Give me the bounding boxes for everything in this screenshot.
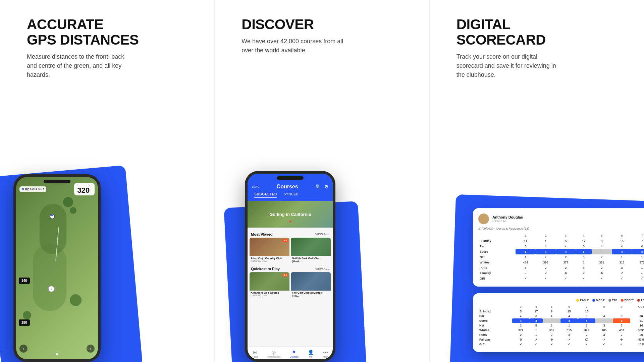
legend-eagle: EAGLE <box>576 299 589 302</box>
sc-table: 1 2 3 4 5 6 7 S. Index 1115 179157 <box>478 233 644 281</box>
scorecard-description: Track your score on our digital scorecar… <box>457 52 564 79</box>
discover-description: We have over 42,000 courses from all ove… <box>241 37 349 55</box>
sc-row-gir: GIR ✓✓✓ ✓✓✓✓ <box>478 276 644 281</box>
flag-marker <box>50 214 55 219</box>
most-played-header: Most Played VIEW ALL <box>248 230 333 238</box>
sc-col-6: 6 <box>612 233 632 238</box>
detail-row-score: Score 4 3 — 4 4 — 5 41 <box>478 318 644 323</box>
tree-cluster <box>70 294 82 306</box>
detail-row-whites: Whites 3771351 315372185 4573095 <box>478 328 644 333</box>
course-name-4: The Golf Club at Moffett Fiel... <box>291 291 331 297</box>
discover-tabs: SUGGESTED SYNCED <box>248 192 333 201</box>
hero-text: Golfing in California <box>269 212 311 217</box>
discover-screen: 10:40 Courses 🔍 ⚙ SUGGESTED SYNCED Golfi… <box>248 174 333 359</box>
gps-description: Measure distances to the front, back and… <box>27 52 134 79</box>
phone-notch <box>44 180 70 183</box>
tab-synced[interactable]: SYNCED <box>284 192 299 198</box>
course-img-2 <box>291 238 331 256</box>
sc-col-4: 4 <box>576 233 592 238</box>
nav-performance[interactable]: ◎ Performance <box>267 350 280 358</box>
2bogey-dot <box>637 299 640 302</box>
discover-title: DISCOVER <box>241 17 402 32</box>
discover-phone: 10:40 Courses 🔍 ⚙ SUGGESTED SYNCED Golfi… <box>245 171 335 362</box>
courses-icon: ⚑ <box>292 350 296 355</box>
sc-row-fairway: Fairway ←↗⊕ ↗⊕↗← <box>478 270 644 276</box>
gps-distance-box: GC 320 › <box>74 183 95 195</box>
discover-phone-device: 10:40 Courses 🔍 ⚙ SUGGESTED SYNCED Golfi… <box>245 171 335 362</box>
screen-title: Courses <box>277 184 298 190</box>
bogey-dot <box>621 299 624 302</box>
search-icon[interactable]: 🔍 <box>315 184 321 189</box>
phone-notch-2 <box>277 176 304 180</box>
course-name-3: Alhambra Golf Course <box>250 291 289 294</box>
nav-left[interactable]: ‹ <box>19 345 28 353</box>
sc-row-sindex: S. Index 1115 179157 <box>478 238 644 244</box>
nav-feed[interactable]: ⊞ Feed <box>252 350 258 358</box>
course-card-1[interactable]: 5.4 Aliso Viejo Country Club California,… <box>250 238 289 263</box>
tree-cluster <box>23 311 31 319</box>
par-label: PAR <box>30 188 35 190</box>
sc-col-2: 2 <box>536 233 556 238</box>
course-card-2[interactable]: Griffith Park Golf Club (Hard... Califor… <box>291 238 331 263</box>
up-arrow[interactable]: ▲ <box>55 351 59 356</box>
sc-user-sub: P·HCP 12 <box>492 219 523 223</box>
course-img-4 <box>291 272 331 291</box>
hero-banner: Golfing in California 📍 <box>248 201 333 228</box>
me-icon: 👤 <box>308 350 314 355</box>
legend-2bogey: 2BOGEY <box>637 299 644 302</box>
scorecard-wrapper: Anthony Douglas P·HCP 12 27/09/2020 - Oe… <box>473 208 644 352</box>
most-played-title: Most Played <box>251 232 272 236</box>
sc-header: Anthony Douglas P·HCP 12 <box>478 214 644 224</box>
quickest-grid: 4.1 Alhambra Golf Course California, USA… <box>248 272 333 299</box>
sc-row-whites: Whites 484396377 1351315372 <box>478 260 644 265</box>
tab-suggested[interactable]: SUGGESTED <box>254 192 277 198</box>
sc-row-putts: Putts 322 3231 <box>478 265 644 270</box>
gps-phone-device: ⚑ 02 PAR 4 S.I. 3 GC 320 › <box>13 174 101 362</box>
legend-par: PAR <box>608 299 618 302</box>
fairway-label: Fairway <box>478 270 516 276</box>
quickest-view-all[interactable]: VIEW ALL <box>315 267 330 270</box>
course-loc-3: California, USA <box>250 294 289 297</box>
more-label: More <box>323 356 328 358</box>
legend-bogey: BOGEY <box>621 299 634 302</box>
settings-icon[interactable]: ⚙ <box>324 184 329 189</box>
nav-me[interactable]: 👤 Me <box>308 350 314 358</box>
putts-label: Putts <box>478 265 516 270</box>
tree-cluster <box>63 197 73 207</box>
gps-hole-info: ⚑ 02 PAR 4 S.I. 3 <box>19 186 46 192</box>
most-played-view-all[interactable]: VIEW ALL <box>315 233 330 236</box>
nav-courses[interactable]: ⚑ Courses <box>290 350 299 358</box>
score-label: Score <box>478 249 516 254</box>
terrain-2 <box>33 244 66 311</box>
gps-phone: ⚑ 02 PAR 4 S.I. 3 GC 320 › <box>13 174 101 362</box>
par-dot <box>608 299 611 302</box>
sc-row-par: Par 544 3444 <box>478 244 644 249</box>
quickest-header: Quickest to Play VIEW ALL <box>248 265 333 272</box>
distance-value: 320 <box>77 187 90 194</box>
detail-row-putts: Putts 212 323 220 <box>478 333 644 337</box>
course-badge-1: 5.4 <box>282 239 288 242</box>
detail-row-net: Net 252 113 316 <box>478 323 644 328</box>
whites-label: Whites <box>478 260 516 265</box>
scorecard-main-card: Anthony Douglas P·HCP 12 27/09/2020 - Oe… <box>473 208 644 287</box>
net-label: Net <box>478 254 516 260</box>
panel-discover: DISCOVER We have over 42,000 courses fro… <box>214 0 429 362</box>
performance-icon: ◎ <box>272 350 276 355</box>
sc-col-header <box>478 233 516 238</box>
course-card-3[interactable]: 4.1 Alhambra Golf Course California, USA <box>250 272 289 297</box>
gps-header: ⚑ 02 PAR 4 S.I. 3 GC 320 › <box>19 183 95 195</box>
eagle-dot <box>576 299 579 302</box>
sc-col-3: 3 <box>556 233 576 238</box>
quickest-title: Quickest to Play <box>251 267 280 271</box>
gir-label: GIR <box>478 276 516 281</box>
flag-icon: ⚑ <box>21 188 24 191</box>
sc-col-7: 7 <box>632 233 644 238</box>
course-card-4[interactable]: The Golf Club at Moffett Fiel... Califor… <box>291 272 331 297</box>
par-label: Par <box>478 244 516 249</box>
nav-more[interactable]: ••• More <box>323 350 328 358</box>
hole-number: 02 <box>25 187 29 191</box>
nav-right[interactable]: › <box>87 345 95 353</box>
player-marker <box>48 286 55 292</box>
feed-icon: ⊞ <box>253 350 257 355</box>
me-label: Me <box>309 356 312 358</box>
